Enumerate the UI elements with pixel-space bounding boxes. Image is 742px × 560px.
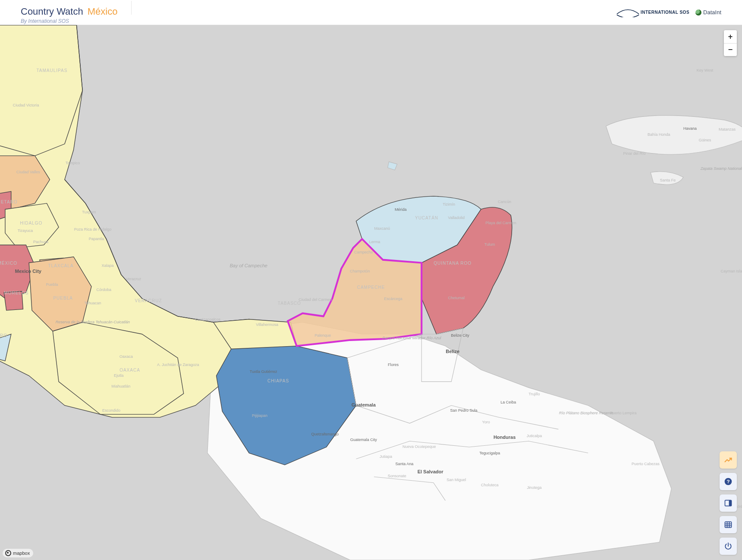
sidebar-icon: [724, 499, 733, 507]
help-button[interactable]: ?: [720, 473, 737, 490]
side-actions: ?: [720, 451, 737, 555]
trend-up-icon: [724, 456, 733, 464]
zoom-out-button[interactable]: −: [724, 43, 737, 56]
mapbox-attribution[interactable]: mapbox: [3, 549, 33, 557]
panel-toggle-button[interactable]: [720, 494, 737, 512]
svg-rect-5: [725, 522, 732, 527]
map-canvas[interactable]: Bay of Campeche TAMAULIPASHIDALGORETAROM…: [0, 25, 742, 560]
mapbox-icon: [5, 550, 11, 556]
svg-rect-4: [729, 500, 732, 506]
power-icon: [724, 542, 733, 551]
app-title: Country Watch: [21, 6, 83, 17]
logo-dataint: DataInt: [695, 9, 721, 16]
zoom-in-button[interactable]: +: [724, 30, 737, 43]
country-name: México: [88, 6, 118, 17]
power-button[interactable]: [720, 538, 737, 555]
byline: By International SOS: [21, 18, 117, 24]
table-icon: [724, 520, 733, 529]
data-table-button[interactable]: [720, 516, 737, 533]
globe-icon: [695, 9, 701, 16]
question-circle-icon: ?: [724, 477, 733, 486]
trends-button[interactable]: [720, 451, 737, 469]
map-svg[interactable]: [0, 25, 742, 560]
divider: [131, 1, 132, 15]
header: Country Watch México By International SO…: [0, 0, 742, 25]
logo-international-sos: INTERNATIONAL SOS: [616, 8, 689, 17]
svg-text:?: ?: [726, 479, 729, 484]
zoom-control: + −: [724, 30, 737, 56]
